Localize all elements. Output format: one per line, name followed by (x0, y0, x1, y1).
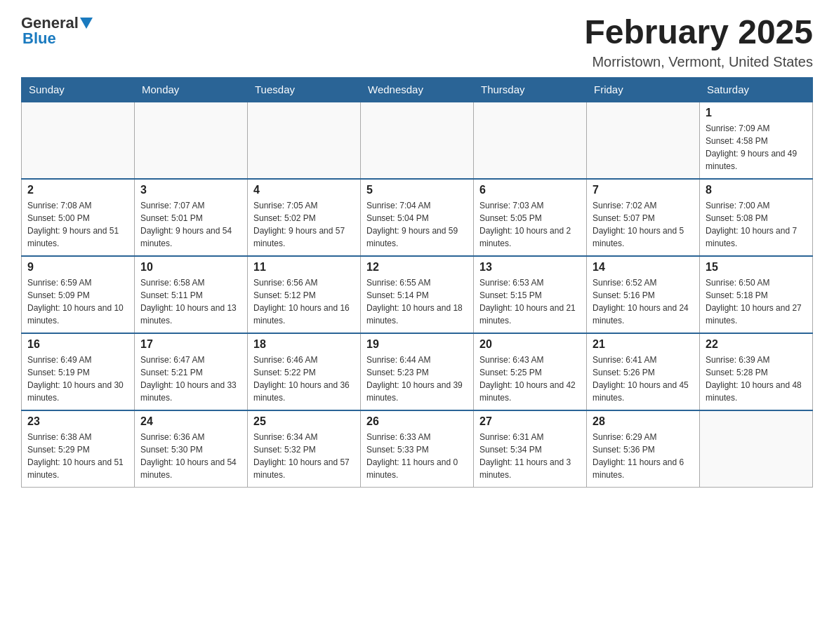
calendar-cell (587, 102, 700, 179)
day-number: 9 (27, 261, 128, 274)
calendar-cell: 22Sunrise: 6:39 AM Sunset: 5:28 PM Dayli… (700, 333, 813, 410)
day-number: 15 (706, 261, 807, 274)
weekday-header: Wednesday (361, 77, 474, 102)
calendar-cell (361, 102, 474, 179)
day-number: 2 (27, 184, 128, 196)
day-number: 22 (706, 338, 807, 351)
day-number: 8 (706, 184, 807, 196)
calendar-cell: 27Sunrise: 6:31 AM Sunset: 5:34 PM Dayli… (474, 410, 587, 488)
weekday-header: Saturday (700, 77, 813, 102)
day-number: 11 (253, 261, 355, 274)
svg-marker-0 (80, 18, 93, 29)
day-info: Sunrise: 7:00 AM Sunset: 5:08 PM Dayligh… (706, 199, 807, 250)
day-info: Sunrise: 6:29 AM Sunset: 5:36 PM Dayligh… (593, 431, 694, 481)
day-info: Sunrise: 6:39 AM Sunset: 5:28 PM Dayligh… (706, 354, 807, 404)
day-number: 28 (593, 415, 694, 428)
day-number: 5 (366, 184, 468, 196)
day-info: Sunrise: 7:04 AM Sunset: 5:04 PM Dayligh… (366, 199, 468, 250)
calendar-cell: 21Sunrise: 6:41 AM Sunset: 5:26 PM Dayli… (587, 333, 700, 410)
logo: General Blue (21, 14, 93, 48)
day-info: Sunrise: 7:09 AM Sunset: 4:58 PM Dayligh… (706, 122, 807, 173)
day-info: Sunrise: 6:41 AM Sunset: 5:26 PM Dayligh… (593, 354, 694, 404)
day-number: 1 (706, 107, 807, 119)
calendar-week-row: 9Sunrise: 6:59 AM Sunset: 5:09 PM Daylig… (22, 256, 813, 333)
calendar-cell: 25Sunrise: 6:34 AM Sunset: 5:32 PM Dayli… (248, 410, 361, 488)
calendar-cell: 28Sunrise: 6:29 AM Sunset: 5:36 PM Dayli… (587, 410, 700, 488)
calendar-cell: 17Sunrise: 6:47 AM Sunset: 5:21 PM Dayli… (135, 333, 248, 410)
day-info: Sunrise: 6:55 AM Sunset: 5:14 PM Dayligh… (366, 276, 468, 327)
day-info: Sunrise: 6:44 AM Sunset: 5:23 PM Dayligh… (366, 354, 468, 404)
day-info: Sunrise: 6:46 AM Sunset: 5:22 PM Dayligh… (253, 354, 355, 404)
calendar-cell: 23Sunrise: 6:38 AM Sunset: 5:29 PM Dayli… (22, 410, 135, 488)
calendar-cell: 10Sunrise: 6:58 AM Sunset: 5:11 PM Dayli… (135, 256, 248, 333)
month-title: February 2025 (584, 14, 813, 51)
day-number: 3 (140, 184, 241, 196)
calendar-cell (700, 410, 813, 488)
calendar-cell (22, 102, 135, 179)
day-number: 19 (366, 338, 468, 351)
calendar-cell: 26Sunrise: 6:33 AM Sunset: 5:33 PM Dayli… (361, 410, 474, 488)
calendar-week-row: 1Sunrise: 7:09 AM Sunset: 4:58 PM Daylig… (22, 102, 813, 179)
day-number: 26 (366, 415, 468, 428)
calendar-cell: 5Sunrise: 7:04 AM Sunset: 5:04 PM Daylig… (361, 179, 474, 256)
logo-triangle-icon (80, 18, 93, 30)
weekday-header: Monday (135, 77, 248, 102)
calendar-cell: 7Sunrise: 7:02 AM Sunset: 5:07 PM Daylig… (587, 179, 700, 256)
day-info: Sunrise: 6:59 AM Sunset: 5:09 PM Dayligh… (27, 276, 128, 327)
calendar-cell (248, 102, 361, 179)
calendar-cell: 24Sunrise: 6:36 AM Sunset: 5:30 PM Dayli… (135, 410, 248, 488)
day-number: 13 (479, 261, 581, 274)
calendar-cell: 18Sunrise: 6:46 AM Sunset: 5:22 PM Dayli… (248, 333, 361, 410)
day-info: Sunrise: 7:03 AM Sunset: 5:05 PM Dayligh… (479, 199, 581, 250)
day-number: 18 (253, 338, 355, 351)
calendar-cell: 11Sunrise: 6:56 AM Sunset: 5:12 PM Dayli… (248, 256, 361, 333)
calendar-cell: 6Sunrise: 7:03 AM Sunset: 5:05 PM Daylig… (474, 179, 587, 256)
day-number: 14 (593, 261, 694, 274)
title-block: February 2025 Morristown, Vermont, Unite… (584, 14, 813, 70)
day-number: 24 (140, 415, 241, 428)
weekday-header: Sunday (22, 77, 135, 102)
day-info: Sunrise: 7:02 AM Sunset: 5:07 PM Dayligh… (593, 199, 694, 250)
day-number: 17 (140, 338, 241, 351)
day-number: 12 (366, 261, 468, 274)
location-title: Morristown, Vermont, United States (584, 54, 813, 70)
calendar-cell: 1Sunrise: 7:09 AM Sunset: 4:58 PM Daylig… (700, 102, 813, 179)
calendar-cell: 3Sunrise: 7:07 AM Sunset: 5:01 PM Daylig… (135, 179, 248, 256)
calendar-cell: 2Sunrise: 7:08 AM Sunset: 5:00 PM Daylig… (22, 179, 135, 256)
calendar-cell: 13Sunrise: 6:53 AM Sunset: 5:15 PM Dayli… (474, 256, 587, 333)
day-number: 27 (479, 415, 581, 428)
day-info: Sunrise: 6:31 AM Sunset: 5:34 PM Dayligh… (479, 431, 581, 481)
weekday-header: Thursday (474, 77, 587, 102)
calendar-cell: 4Sunrise: 7:05 AM Sunset: 5:02 PM Daylig… (248, 179, 361, 256)
day-info: Sunrise: 7:07 AM Sunset: 5:01 PM Dayligh… (140, 199, 241, 250)
day-number: 21 (593, 338, 694, 351)
calendar-week-row: 16Sunrise: 6:49 AM Sunset: 5:19 PM Dayli… (22, 333, 813, 410)
day-number: 7 (593, 184, 694, 196)
day-info: Sunrise: 6:43 AM Sunset: 5:25 PM Dayligh… (479, 354, 581, 404)
weekday-header: Friday (587, 77, 700, 102)
day-number: 6 (479, 184, 581, 196)
day-number: 10 (140, 261, 241, 274)
day-info: Sunrise: 7:05 AM Sunset: 5:02 PM Dayligh… (253, 199, 355, 250)
day-info: Sunrise: 6:52 AM Sunset: 5:16 PM Dayligh… (593, 276, 694, 327)
day-info: Sunrise: 6:49 AM Sunset: 5:19 PM Dayligh… (27, 354, 128, 404)
day-info: Sunrise: 6:58 AM Sunset: 5:11 PM Dayligh… (140, 276, 241, 327)
day-number: 25 (253, 415, 355, 428)
day-info: Sunrise: 6:33 AM Sunset: 5:33 PM Dayligh… (366, 431, 468, 481)
calendar-cell: 14Sunrise: 6:52 AM Sunset: 5:16 PM Dayli… (587, 256, 700, 333)
day-info: Sunrise: 6:53 AM Sunset: 5:15 PM Dayligh… (479, 276, 581, 327)
page-header: General Blue February 2025 Morristown, V… (21, 14, 813, 70)
day-info: Sunrise: 6:56 AM Sunset: 5:12 PM Dayligh… (253, 276, 355, 327)
logo-blue-text: Blue (22, 29, 93, 48)
day-number: 16 (27, 338, 128, 351)
calendar-week-row: 2Sunrise: 7:08 AM Sunset: 5:00 PM Daylig… (22, 179, 813, 256)
day-info: Sunrise: 6:38 AM Sunset: 5:29 PM Dayligh… (27, 431, 128, 481)
day-number: 23 (27, 415, 128, 428)
calendar-cell: 9Sunrise: 6:59 AM Sunset: 5:09 PM Daylig… (22, 256, 135, 333)
day-info: Sunrise: 6:36 AM Sunset: 5:30 PM Dayligh… (140, 431, 241, 481)
calendar-header-row: SundayMondayTuesdayWednesdayThursdayFrid… (22, 77, 813, 102)
calendar-cell: 12Sunrise: 6:55 AM Sunset: 5:14 PM Dayli… (361, 256, 474, 333)
calendar-table: SundayMondayTuesdayWednesdayThursdayFrid… (21, 77, 813, 488)
day-info: Sunrise: 6:50 AM Sunset: 5:18 PM Dayligh… (706, 276, 807, 327)
calendar-cell (474, 102, 587, 179)
